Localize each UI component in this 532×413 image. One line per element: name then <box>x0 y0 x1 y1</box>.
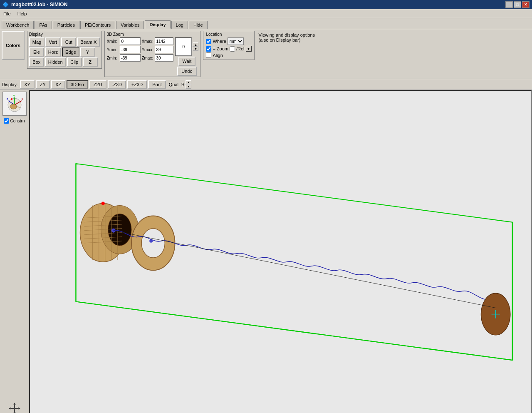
mode-print[interactable]: Print <box>148 80 166 89</box>
ymax-input[interactable] <box>155 46 173 53</box>
svg-point-9 <box>11 98 12 100</box>
svg-point-7 <box>10 104 17 109</box>
tab-hide[interactable]: Hide <box>189 21 208 29</box>
zoom-spinner: ▲ ▼ <box>193 42 198 51</box>
beamx-button[interactable]: Beam X <box>77 37 100 47</box>
zmax-input[interactable] <box>155 54 173 62</box>
location-group: Location Where mmcmmin = Zoom /Rel ▼ Ali… <box>203 31 254 60</box>
tab-pas[interactable]: PAs <box>35 21 52 29</box>
horz-button[interactable]: Horz <box>45 47 61 57</box>
zoom-group: 3D Zoom Xmin: Xmax: Ymin: Ymax: Zmin: <box>104 31 200 77</box>
svg-marker-15 <box>18 407 20 410</box>
info-line1: Viewing and display options <box>259 32 315 37</box>
cut-button[interactable]: Cut <box>61 37 76 47</box>
display-colon: Display: <box>2 82 18 87</box>
svg-point-35 <box>101 202 105 205</box>
constrain-label: Constrn <box>10 119 25 123</box>
mode-xz[interactable]: XZ <box>51 80 65 89</box>
qual-value: 9 <box>181 82 184 87</box>
svg-line-19 <box>76 301 512 360</box>
close-button[interactable]: ✕ <box>522 1 530 8</box>
where-row: Where mmcmmin <box>206 37 251 45</box>
zoom-eq-label: = Zoom <box>213 46 228 51</box>
mode-xy[interactable]: XY <box>20 80 35 89</box>
location-group-label: Location <box>206 32 251 37</box>
zoom-zmin-row: Zmin: Zmax: <box>106 54 173 62</box>
axis-box: z x y <box>2 92 27 116</box>
svg-marker-12 <box>13 403 16 405</box>
tab-display[interactable]: Display <box>145 20 170 29</box>
xmax-label: Xmax: <box>141 39 154 44</box>
ele-button[interactable]: Ele <box>29 47 44 57</box>
svg-point-37 <box>141 229 165 258</box>
toolbar-area: Colors Display Mag Vert Cut Beam X Ele H… <box>0 29 532 79</box>
unit-select[interactable]: mmcmmin <box>228 37 244 45</box>
zoom-down-btn[interactable]: ▼ <box>193 47 198 51</box>
tab-variables[interactable]: Variables <box>116 21 144 29</box>
ymin-label: Ymin: <box>106 47 119 52</box>
rel-expand-btn[interactable]: ▼ <box>246 46 252 52</box>
ymin-input[interactable] <box>120 46 141 53</box>
zoom-checkbox[interactable] <box>206 46 211 52</box>
app-icon: 🔷 <box>2 2 9 7</box>
title-bar: 🔷 magbott02.iob - SIMION _ □ ✕ <box>0 0 532 9</box>
xmin-input[interactable] <box>120 37 141 45</box>
qual-spinner: ▲ ▼ <box>186 80 191 89</box>
rel-checkbox[interactable] <box>230 46 235 52</box>
viewport[interactable] <box>29 90 532 413</box>
mag-button[interactable]: Mag <box>29 37 45 47</box>
z-button[interactable]: Z <box>83 57 98 67</box>
move-icon <box>8 402 21 413</box>
menu-file[interactable]: File <box>0 10 14 17</box>
window-title: magbott02.iob - SIMION <box>11 2 67 7</box>
display-row2: Ele Horz Edge Y <box>29 47 100 57</box>
display-group: Display Mag Vert Cut Beam X Ele Horz Edg… <box>27 31 102 69</box>
tab-workbench[interactable]: Workbench <box>2 21 34 29</box>
zoom-value-box: 0 <box>175 37 192 56</box>
minimize-button[interactable]: _ <box>505 1 513 8</box>
mode-z2d[interactable]: Z2D <box>89 80 106 89</box>
zoom-xmin-row: Xmin: Xmax: <box>106 37 173 45</box>
qual-up-btn[interactable]: ▲ <box>186 80 191 85</box>
align-checkbox[interactable] <box>206 52 211 58</box>
mode-neg-z3d[interactable]: -Z3D <box>108 80 126 89</box>
svg-point-22 <box>108 214 131 246</box>
zmax-label: Zmax: <box>141 56 154 60</box>
mode-pos-z3d[interactable]: +Z3D <box>127 80 147 89</box>
colors-button[interactable]: Colors <box>2 31 25 60</box>
tab-log[interactable]: Log <box>171 21 188 29</box>
maximize-button[interactable]: □ <box>514 1 521 8</box>
vert-button[interactable]: Vert <box>45 37 60 47</box>
window-controls: _ □ ✕ <box>505 1 530 8</box>
tab-particles[interactable]: Particles <box>53 21 79 29</box>
info-line2: (also on Display bar) <box>259 37 315 42</box>
zmin-input[interactable] <box>120 54 141 62</box>
main-area: z x y Constrn <box>0 90 532 413</box>
qual-down-btn[interactable]: ▼ <box>186 85 191 89</box>
svg-line-43 <box>114 231 496 308</box>
xmin-label: Xmin: <box>106 39 119 44</box>
xmax-input[interactable] <box>155 37 173 45</box>
constrain-checkbox[interactable] <box>4 118 9 124</box>
where-checkbox[interactable] <box>206 39 211 44</box>
undo-button[interactable]: Undo <box>177 67 196 76</box>
wait-button[interactable]: Wait <box>178 57 196 66</box>
edge-button[interactable]: Edge <box>62 47 79 57</box>
tab-pe-contours[interactable]: PE/Contours <box>80 21 115 29</box>
y-button[interactable]: Y <box>80 47 95 57</box>
zoom-row: = Zoom /Rel ▼ <box>206 46 251 52</box>
mode-zy[interactable]: ZY <box>36 80 50 89</box>
axis-indicator: z x y <box>4 93 25 114</box>
menu-help[interactable]: Help <box>14 10 30 17</box>
svg-text:x: x <box>22 97 23 100</box>
tab-bar: Workbench PAs Particles PE/Contours Vari… <box>0 18 532 29</box>
box-button[interactable]: Box <box>29 57 44 67</box>
svg-text:z: z <box>7 97 8 100</box>
clip-button[interactable]: Clip <box>67 57 82 67</box>
display-group-label: Display <box>29 32 100 37</box>
hidden-button[interactable]: Hidden <box>45 57 66 67</box>
zoom-up-btn[interactable]: ▲ <box>193 42 198 47</box>
left-sidebar: z x y Constrn <box>0 90 29 413</box>
mode-3diso[interactable]: 3D Iso <box>67 80 88 89</box>
3d-scene <box>30 91 531 413</box>
